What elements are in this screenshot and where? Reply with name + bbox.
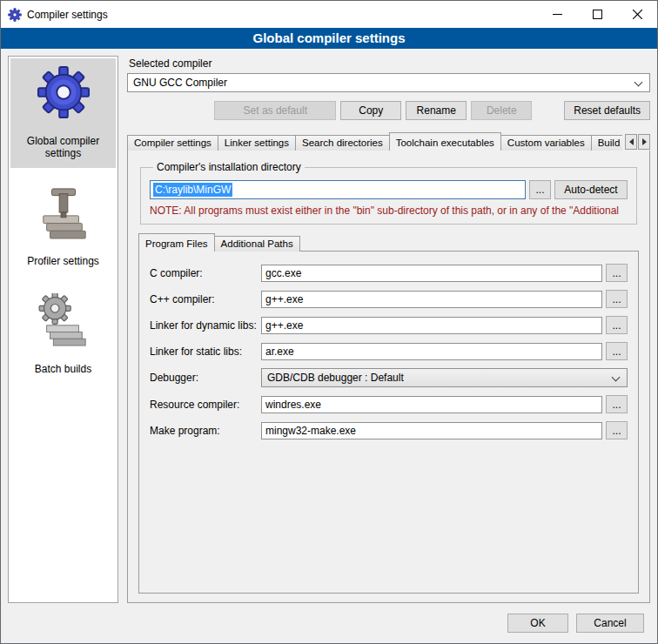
installation-directory-row: C:\raylib\MinGW ... Auto-detect bbox=[150, 180, 628, 199]
chevron-down-icon bbox=[612, 373, 621, 382]
maximize-button[interactable] bbox=[577, 1, 617, 28]
static-linker-label: Linker for static libs: bbox=[150, 345, 261, 358]
sidebar-item-global-compiler-settings[interactable]: Global compiler settings bbox=[10, 58, 116, 168]
gear-icon bbox=[36, 64, 91, 121]
window-icon bbox=[8, 8, 22, 22]
tab-scroll-right-button[interactable] bbox=[638, 134, 650, 150]
main-settings-area: Selected compiler GNU GCC Compiler Set a… bbox=[127, 56, 650, 603]
make-program-row: Make program: ... bbox=[150, 421, 628, 439]
tab-additional-paths[interactable]: Additional Paths bbox=[214, 236, 300, 252]
chevron-down-icon bbox=[634, 78, 643, 87]
make-program-browse-button[interactable]: ... bbox=[606, 421, 628, 439]
make-program-input[interactable] bbox=[261, 422, 602, 439]
rename-button[interactable]: Rename bbox=[406, 101, 467, 120]
installation-directory-group-title: Compiler's installation directory bbox=[153, 161, 305, 173]
delete-button[interactable]: Delete bbox=[471, 101, 532, 120]
dynamic-linker-row: Linker for dynamic libs: ... bbox=[150, 316, 628, 334]
tab-custom-variables[interactable]: Custom variables bbox=[500, 135, 592, 151]
static-linker-row: Linker for static libs: ... bbox=[150, 342, 628, 360]
reset-defaults-button[interactable]: Reset defaults bbox=[564, 101, 650, 120]
c-compiler-row: C compiler: ... bbox=[150, 264, 628, 282]
settings-tabstrip: Compiler settings Linker settings Search… bbox=[127, 132, 650, 151]
compiler-actions: Set as default Copy Rename Delete Reset … bbox=[127, 101, 650, 120]
resource-compiler-row: Resource compiler: ... bbox=[150, 395, 628, 413]
static-linker-browse-button[interactable]: ... bbox=[606, 342, 628, 360]
compiler-settings-dialog: Compiler settings Global compiler settin… bbox=[0, 0, 658, 644]
dialog-content: Global compiler settings Profiler settin… bbox=[1, 49, 657, 603]
debugger-row: Debugger: GDB/CDB debugger : Default bbox=[150, 368, 628, 387]
resource-compiler-label: Resource compiler: bbox=[150, 399, 261, 411]
debugger-label: Debugger: bbox=[150, 372, 261, 384]
tab-program-files[interactable]: Program Files bbox=[138, 233, 215, 252]
installation-note: NOTE: All programs must exist either in … bbox=[150, 205, 628, 217]
minimize-icon bbox=[553, 7, 562, 23]
sidebar-item-label: Profiler settings bbox=[27, 255, 99, 267]
toolchain-executables-panel: Compiler's installation directory C:\ray… bbox=[127, 150, 650, 603]
debugger-value: GDB/CDB debugger : Default bbox=[267, 372, 404, 384]
selected-compiler-label: Selected compiler bbox=[129, 57, 650, 70]
ok-button[interactable]: OK bbox=[507, 614, 568, 633]
set-as-default-button[interactable]: Set as default bbox=[214, 101, 336, 120]
dynamic-linker-browse-button[interactable]: ... bbox=[606, 316, 628, 334]
installation-directory-value: C:\raylib\MinGW bbox=[153, 183, 232, 197]
sidebar-item-profiler-settings[interactable]: Profiler settings bbox=[10, 178, 116, 276]
copy-button[interactable]: Copy bbox=[340, 101, 401, 120]
arrow-left-icon bbox=[629, 138, 634, 145]
tab-toolchain-executables[interactable]: Toolchain executables bbox=[389, 132, 501, 151]
minimize-button[interactable] bbox=[537, 1, 577, 28]
dynamic-linker-label: Linker for dynamic libs: bbox=[150, 319, 261, 332]
tab-search-directories[interactable]: Search directories bbox=[295, 135, 390, 151]
maximize-icon bbox=[593, 7, 602, 23]
selected-compiler-value: GNU GCC Compiler bbox=[133, 77, 227, 89]
resource-compiler-browse-button[interactable]: ... bbox=[606, 395, 628, 413]
static-linker-input[interactable] bbox=[261, 343, 602, 360]
resource-compiler-input[interactable] bbox=[261, 396, 602, 413]
c-compiler-label: C compiler: bbox=[150, 267, 261, 279]
close-button[interactable] bbox=[617, 1, 657, 28]
cancel-button[interactable]: Cancel bbox=[576, 614, 644, 633]
sidebar-item-batch-builds[interactable]: Batch builds bbox=[10, 286, 116, 384]
cpp-compiler-browse-button[interactable]: ... bbox=[606, 290, 628, 308]
debugger-dropdown[interactable]: GDB/CDB debugger : Default bbox=[261, 368, 628, 387]
profiler-icon bbox=[36, 184, 91, 241]
make-program-label: Make program: bbox=[150, 425, 261, 437]
sidebar-item-label: Batch builds bbox=[35, 363, 91, 375]
cpp-compiler-row: C++ compiler: ... bbox=[150, 290, 628, 308]
tab-scroll-left-button[interactable] bbox=[625, 134, 637, 150]
dynamic-linker-input[interactable] bbox=[261, 317, 602, 334]
c-compiler-input[interactable] bbox=[261, 265, 602, 282]
browse-directory-button[interactable]: ... bbox=[529, 180, 551, 199]
tab-compiler-settings[interactable]: Compiler settings bbox=[127, 135, 218, 151]
tab-linker-settings[interactable]: Linker settings bbox=[218, 135, 296, 151]
window-controls bbox=[537, 1, 657, 28]
programs-tabstrip: Program Files Additional Paths bbox=[138, 233, 639, 252]
dialog-footer: OK Cancel bbox=[1, 603, 657, 643]
window-title: Compiler settings bbox=[27, 9, 108, 21]
cpp-compiler-label: C++ compiler: bbox=[150, 293, 261, 305]
installation-directory-group: Compiler's installation directory C:\ray… bbox=[140, 161, 637, 225]
installation-directory-input[interactable]: C:\raylib\MinGW bbox=[150, 180, 526, 199]
selected-compiler-dropdown[interactable]: GNU GCC Compiler bbox=[127, 73, 650, 92]
auto-detect-button[interactable]: Auto-detect bbox=[554, 180, 628, 199]
batch-builds-icon bbox=[36, 292, 91, 349]
settings-category-list: Global compiler settings Profiler settin… bbox=[8, 56, 118, 603]
arrow-right-icon bbox=[642, 138, 647, 145]
cpp-compiler-input[interactable] bbox=[261, 291, 602, 308]
c-compiler-browse-button[interactable]: ... bbox=[606, 264, 628, 282]
sidebar-item-label: Global compiler settings bbox=[12, 135, 114, 159]
program-files-panel: C compiler: ... C++ compiler: ... Linker… bbox=[138, 251, 639, 594]
close-icon bbox=[633, 7, 642, 23]
dialog-header-title: Global compiler settings bbox=[1, 28, 657, 49]
titlebar: Compiler settings bbox=[1, 1, 657, 28]
tab-scrollers bbox=[622, 133, 650, 151]
